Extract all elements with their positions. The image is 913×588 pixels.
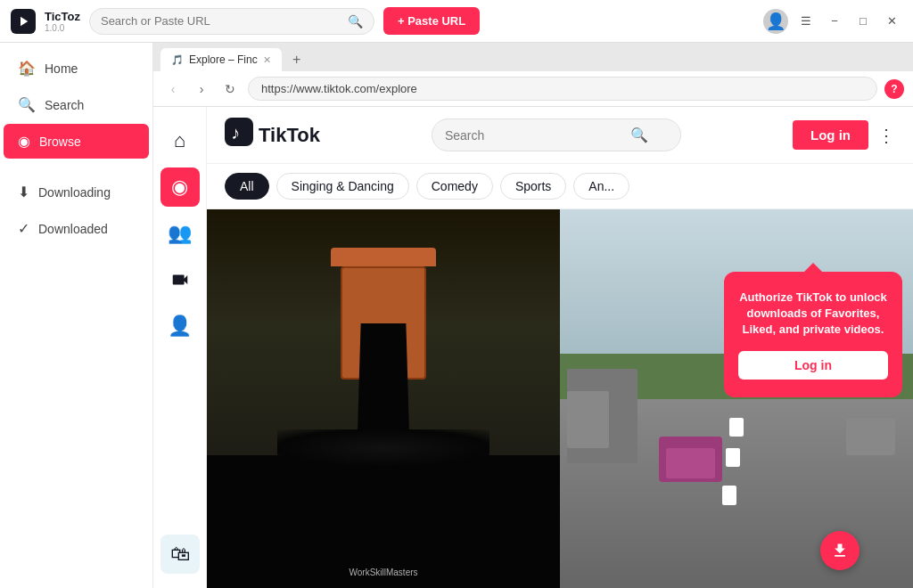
- minimize-button[interactable]: −: [824, 11, 845, 32]
- avatar: 👤: [763, 9, 788, 34]
- auth-popup: Authorize TikTok to unlock downloads of …: [724, 272, 902, 397]
- refresh-button[interactable]: ↻: [219, 78, 241, 100]
- tiktok-header-right: Log in ⋮: [793, 120, 895, 150]
- close-tab-button[interactable]: ✕: [263, 54, 271, 66]
- main-layout: 🏠 Home 🔍 Search ◉ Browse ⬇ Downloading ✓…: [0, 43, 913, 588]
- sidebar-label-downloaded: Downloaded: [38, 222, 108, 236]
- url-bar[interactable]: https://www.tiktok.com/explore: [248, 77, 877, 101]
- sidebar: 🏠 Home 🔍 Search ◉ Browse ⬇ Downloading ✓…: [0, 43, 153, 588]
- browser-tab[interactable]: 🎵 Explore – Finc ✕: [160, 48, 282, 71]
- app-title-group: TicToz 1.0.0: [45, 10, 80, 33]
- tiktok-nav-following[interactable]: 👥: [160, 214, 200, 253]
- downloaded-icon: ✓: [18, 220, 29, 237]
- sidebar-label-search: Search: [45, 98, 84, 112]
- tiktok-search-input[interactable]: [445, 128, 623, 143]
- video-thumbnail-2[interactable]: [560, 209, 913, 588]
- tiktok-sidebar: ⌂ ◉ 👥 👤 🛍: [153, 107, 207, 588]
- app-logo: [11, 9, 36, 34]
- tiktok-search-icon: 🔍: [630, 127, 648, 143]
- maximize-button[interactable]: □: [852, 11, 874, 32]
- back-button[interactable]: ‹: [162, 78, 184, 100]
- sidebar-item-search[interactable]: 🔍 Search: [4, 87, 149, 122]
- search-nav-icon: 🔍: [18, 96, 36, 113]
- address-bar: ‹ › ↻ https://www.tiktok.com/explore ?: [153, 71, 913, 107]
- category-bar: All Singing & Dancing Comedy Sports An..…: [207, 164, 913, 209]
- category-sports[interactable]: Sports: [500, 173, 566, 200]
- category-anime[interactable]: An...: [573, 173, 629, 200]
- app-version: 1.0.0: [45, 23, 80, 33]
- tiktok-logo-text: TikTok: [259, 124, 320, 147]
- tiktok-content: ⌂ ◉ 👥 👤 🛍 ♪: [153, 107, 913, 588]
- new-tab-button[interactable]: +: [285, 48, 308, 71]
- paste-url-button[interactable]: + Paste URL: [383, 7, 480, 35]
- sidebar-item-home[interactable]: 🏠 Home: [4, 51, 149, 86]
- sidebar-label-browse: Browse: [39, 135, 81, 149]
- video-thumbnail-1[interactable]: WorkSkillMasters: [207, 209, 560, 588]
- tiktok-nav-live[interactable]: [160, 260, 200, 299]
- tiktok-more-button[interactable]: ⋮: [877, 125, 895, 146]
- svg-text:♪: ♪: [231, 123, 240, 143]
- browser-area: 🎵 Explore – Finc ✕ + ‹ › ↻ https://www.t…: [153, 43, 913, 588]
- video-watermark-1: WorkSkillMasters: [349, 568, 417, 577]
- title-search-input[interactable]: [101, 14, 342, 28]
- close-button[interactable]: ✕: [881, 11, 902, 32]
- tiktok-header: ♪ TikTok 🔍 Log in ⋮: [207, 107, 913, 164]
- category-singing-dancing[interactable]: Singing & Dancing: [276, 173, 409, 200]
- tab-title: Explore – Finc: [189, 53, 258, 66]
- tab-favicon: 🎵: [171, 54, 184, 66]
- tiktok-search-bar[interactable]: 🔍: [432, 118, 681, 151]
- browse-icon: ◉: [18, 133, 30, 150]
- tiktok-nav-shop[interactable]: 🛍: [160, 535, 200, 574]
- tiktok-login-button[interactable]: Log in: [793, 120, 868, 150]
- download-fab-button[interactable]: [820, 531, 860, 570]
- popup-arrow: [804, 263, 822, 272]
- help-button[interactable]: ?: [884, 79, 904, 99]
- sidebar-label-downloading: Downloading: [38, 185, 111, 200]
- popup-login-button[interactable]: Log in: [738, 351, 888, 380]
- search-icon: 🔍: [348, 14, 363, 29]
- menu-button[interactable]: ☰: [795, 11, 817, 32]
- tiktok-nav-profile[interactable]: 👤: [160, 306, 200, 346]
- category-comedy[interactable]: Comedy: [416, 173, 493, 200]
- home-icon: 🏠: [18, 60, 36, 77]
- tiktok-nav-explore[interactable]: ◉: [160, 167, 200, 207]
- tab-bar: 🎵 Explore – Finc ✕ +: [153, 43, 913, 71]
- app-title: TicToz: [45, 10, 80, 23]
- popup-text: Authorize TikTok to unlock downloads of …: [738, 290, 888, 339]
- downloading-icon: ⬇: [18, 184, 29, 200]
- title-search-bar[interactable]: 🔍: [89, 8, 374, 35]
- tiktok-logo: ♪ TikTok: [225, 118, 320, 152]
- sidebar-item-browse[interactable]: ◉ Browse: [4, 124, 149, 159]
- tiktok-nav-home[interactable]: ⌂: [160, 121, 200, 160]
- forward-button[interactable]: ›: [191, 78, 212, 100]
- title-bar-right: 👤 ☰ − □ ✕: [763, 9, 902, 34]
- sidebar-label-home: Home: [45, 61, 78, 76]
- title-bar: TicToz 1.0.0 🔍 + Paste URL 👤 ☰ − □ ✕: [0, 0, 913, 43]
- sidebar-item-downloaded[interactable]: ✓ Downloaded: [4, 211, 149, 246]
- category-all[interactable]: All: [225, 173, 269, 200]
- sidebar-item-downloading[interactable]: ⬇ Downloading: [4, 175, 149, 209]
- tiktok-logo-icon: ♪: [225, 118, 253, 152]
